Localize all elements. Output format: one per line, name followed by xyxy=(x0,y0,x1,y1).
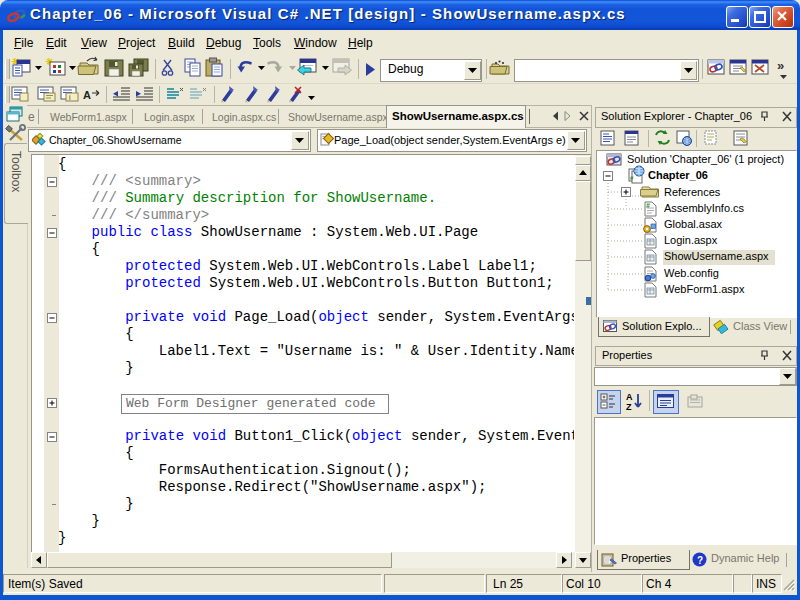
svg-text:Z: Z xyxy=(626,402,632,412)
svg-text:»: » xyxy=(777,58,784,73)
svg-text:?: ? xyxy=(697,555,703,566)
svg-text:A: A xyxy=(626,392,633,402)
svg-text:#: # xyxy=(646,202,650,209)
svg-text:A: A xyxy=(83,89,91,101)
